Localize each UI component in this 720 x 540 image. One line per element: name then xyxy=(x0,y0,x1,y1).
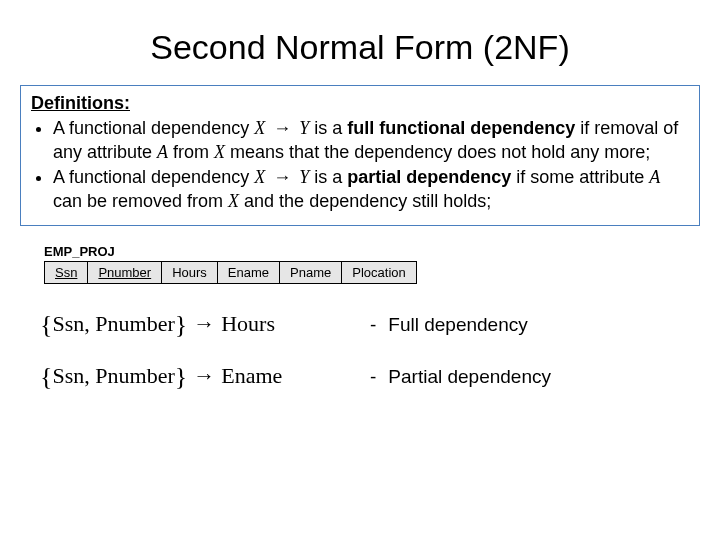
rbrace2: } xyxy=(175,362,187,391)
def1-a: A xyxy=(157,142,168,162)
slide-title: Second Normal Form (2NF) xyxy=(40,28,680,67)
dep1-arrow: → xyxy=(187,311,221,336)
def2-text: A functional dependency xyxy=(53,167,254,187)
relation-schema: EMP_PROJ Ssn Pnumber Hours Ename Pname P… xyxy=(44,244,680,284)
def1-x: X xyxy=(254,118,265,138)
col-ename: Ename xyxy=(217,261,279,283)
col-hours: Hours xyxy=(162,261,218,283)
dependency-row-full: {Ssn, Pnumber}→Hours -Full dependency xyxy=(40,310,680,340)
dash2: - xyxy=(370,366,376,387)
dep2-lhs1: Ssn xyxy=(52,363,84,388)
dependency-label-full: -Full dependency xyxy=(370,314,528,336)
col-plocation: Plocation xyxy=(342,261,416,283)
col-pname: Pname xyxy=(280,261,342,283)
definitions-heading: Definitions: xyxy=(31,93,130,113)
col-ssn: Ssn xyxy=(45,261,88,283)
definitions-list: A functional dependency X → Y is a full … xyxy=(31,117,689,213)
def2-post: if some attribute xyxy=(511,167,649,187)
col-pnumber: Pnumber xyxy=(88,261,162,283)
definition-item-partial: A functional dependency X → Y is a parti… xyxy=(53,166,689,213)
comma: , xyxy=(84,311,95,336)
dep1-lhs1: Ssn xyxy=(52,311,84,336)
def1-text: A functional dependency xyxy=(53,118,254,138)
def2-arrow: → xyxy=(270,167,294,187)
dependency-examples: {Ssn, Pnumber}→Hours -Full dependency {S… xyxy=(40,310,680,392)
def1-arrow: → xyxy=(270,118,294,138)
lbrace2: { xyxy=(40,362,52,391)
definitions-box: Definitions: A functional dependency X →… xyxy=(20,85,700,226)
dependency-row-partial: {Ssn, Pnumber}→Ename -Partial dependency xyxy=(40,362,680,392)
def2-a: A xyxy=(649,167,660,187)
def1-x2: X xyxy=(214,142,225,162)
dependency-label-partial: -Partial dependency xyxy=(370,366,551,388)
def1-post3: means that the dependency does not hold … xyxy=(225,142,650,162)
dash: - xyxy=(370,314,376,335)
def2-x: X xyxy=(254,167,265,187)
dep2-arrow: → xyxy=(187,363,221,388)
def2-mid: is a xyxy=(309,167,347,187)
slide: Second Normal Form (2NF) Definitions: A … xyxy=(0,0,720,540)
def1-bold: full functional dependency xyxy=(347,118,575,138)
dep1-rhs: Hours xyxy=(221,311,275,336)
def1-mid: is a xyxy=(309,118,347,138)
dep2-lhs2: Pnumber xyxy=(95,363,174,388)
def2-post3: and the dependency still holds; xyxy=(239,191,491,211)
dep2-rhs: Ename xyxy=(221,363,282,388)
dep1-label-text: Full dependency xyxy=(388,314,527,335)
def2-bold: partial dependency xyxy=(347,167,511,187)
def2-y: Y xyxy=(299,167,309,187)
dependency-formula-2: {Ssn, Pnumber}→Ename xyxy=(40,362,370,392)
relation-name: EMP_PROJ xyxy=(44,244,680,259)
lbrace: { xyxy=(40,310,52,339)
dependency-formula-1: {Ssn, Pnumber}→Hours xyxy=(40,310,370,340)
rbrace: } xyxy=(175,310,187,339)
def1-post2: from xyxy=(168,142,214,162)
definition-item-full: A functional dependency X → Y is a full … xyxy=(53,117,689,164)
dep1-lhs2: Pnumber xyxy=(95,311,174,336)
comma2: , xyxy=(84,363,95,388)
def1-y: Y xyxy=(299,118,309,138)
def2-post2: can be removed from xyxy=(53,191,228,211)
def2-x2: X xyxy=(228,191,239,211)
dep2-label-text: Partial dependency xyxy=(388,366,551,387)
table-row: Ssn Pnumber Hours Ename Pname Plocation xyxy=(45,261,417,283)
relation-table: Ssn Pnumber Hours Ename Pname Plocation xyxy=(44,261,417,284)
